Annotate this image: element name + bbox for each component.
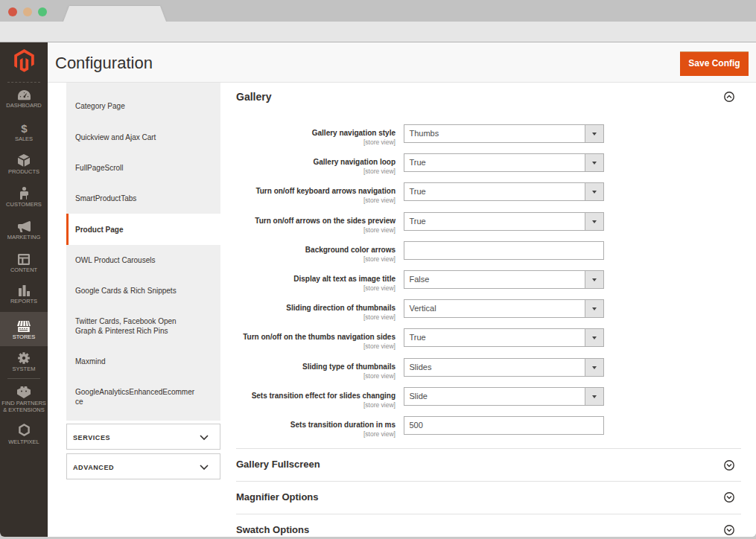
svg-text:$: $ [21, 123, 28, 134]
